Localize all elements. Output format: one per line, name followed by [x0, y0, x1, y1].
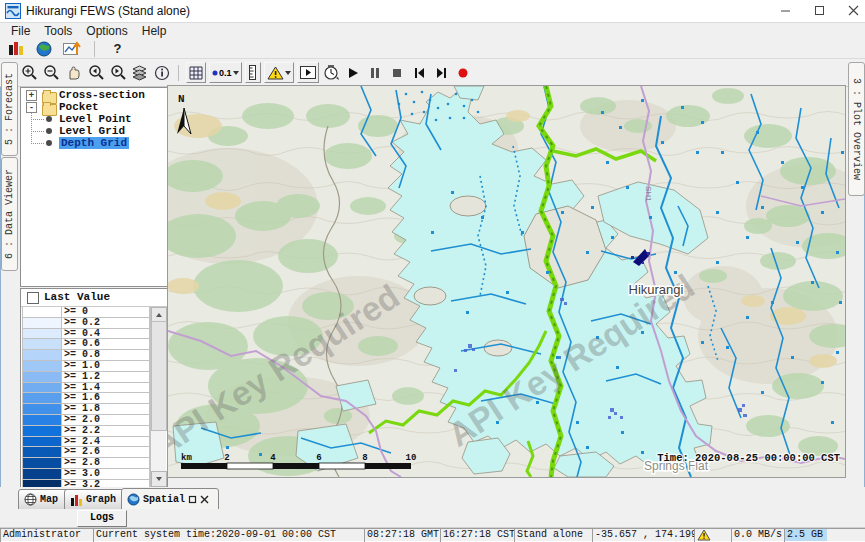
play-icon: [347, 67, 359, 79]
sidebar-tab-forecast[interactable]: 5 : Forecast: [1, 62, 18, 156]
animation-timer-button[interactable]: [322, 63, 341, 82]
database-viewer-button[interactable]: [6, 39, 25, 58]
sidebar-tab-plot-overview[interactable]: 3 : Plot Overview: [848, 62, 865, 196]
tree-item-pocket[interactable]: Pocket: [59, 101, 99, 113]
status-warning-cell[interactable]: [694, 528, 732, 542]
status-gmt-time: 08:27:18 GMT: [364, 528, 441, 542]
close-button[interactable]: [836, 0, 865, 21]
zoom-next-icon: [109, 64, 126, 81]
step-back-button[interactable]: [410, 63, 429, 82]
legend-swatch: [22, 350, 62, 361]
scroll-down-button[interactable]: [151, 471, 167, 487]
tree-item-cross-section[interactable]: Cross-section: [59, 89, 145, 101]
minimize-button[interactable]: [768, 0, 802, 21]
movie-play-icon: [300, 66, 316, 79]
legend-swatch: [22, 393, 62, 404]
timeseries-dialog-button[interactable]: [62, 39, 81, 58]
tab-spatial-active[interactable]: Spatial: [121, 488, 219, 510]
play-button[interactable]: [344, 63, 363, 82]
scale-tick: 4: [270, 453, 276, 463]
legend-swatch: [22, 339, 62, 350]
record-button[interactable]: [454, 63, 473, 82]
legend-swatch: [22, 383, 62, 394]
legend-row[interactable]: >= 2.2: [22, 426, 150, 437]
legend-swatch: [22, 426, 62, 437]
window-title: Hikurangi FEWS (Stand alone): [26, 4, 190, 18]
stop-button[interactable]: [388, 63, 407, 82]
zoom-out-icon: [43, 64, 60, 81]
toolbar-separator: [94, 41, 95, 57]
legend-row[interactable]: >= 1.2: [22, 372, 150, 383]
scrollbar-thumb[interactable]: [151, 321, 167, 431]
arrow-down-icon: [156, 477, 162, 481]
info-icon: [154, 65, 170, 81]
tree-expander-plus[interactable]: +: [26, 90, 37, 101]
bar-chart-icon: [70, 494, 83, 506]
menu-options[interactable]: Options: [79, 24, 134, 38]
legend-row[interactable]: >= 3.2: [22, 480, 150, 487]
maximize-button[interactable]: [802, 0, 836, 21]
zoom-previous-button[interactable]: [86, 63, 105, 82]
tab-spatial-label: Spatial: [143, 494, 185, 505]
tree-item-depth-grid-selected[interactable]: Depth Grid: [59, 137, 129, 149]
main-toolbar: ?: [0, 39, 865, 58]
spatial-map[interactable]: API Key Required API Key Required Hikura…: [168, 86, 845, 477]
logs-button[interactable]: Logs: [77, 510, 127, 527]
sidebar-tab-data-viewer[interactable]: 6 : Data Viewer: [1, 157, 18, 271]
info-button[interactable]: [152, 63, 171, 82]
step-forward-icon: [435, 67, 448, 79]
pan-button[interactable]: [64, 63, 83, 82]
tree-item-level-grid[interactable]: Level Grid: [59, 125, 125, 137]
stop-icon: [391, 67, 403, 79]
map-display-button[interactable]: [34, 39, 53, 58]
legend-panel: Last Value >= 0 >= 0.2 >= 0.4 >= 0.6 >= …: [20, 288, 168, 489]
tree-expander-minus[interactable]: -: [26, 102, 37, 113]
legend-row[interactable]: >= 0.2: [22, 318, 150, 329]
map-viewport[interactable]: API Key Required API Key Required Hikura…: [167, 85, 846, 478]
bullet-icon: [46, 116, 52, 122]
grid-display-button[interactable]: [186, 62, 206, 83]
menu-tools[interactable]: Tools: [37, 24, 79, 38]
status-memory-cell: 2.5 GB: [784, 528, 865, 542]
warnings-dropdown[interactable]: [264, 62, 294, 83]
zoom-in-icon: [21, 64, 38, 81]
help-button[interactable]: ?: [108, 39, 127, 58]
menu-file[interactable]: File: [4, 24, 37, 38]
step-forward-button[interactable]: [432, 63, 451, 82]
close-icon: [848, 5, 859, 16]
movie-player-button[interactable]: [297, 62, 319, 83]
pause-button[interactable]: [366, 63, 385, 82]
zoom-out-button[interactable]: [42, 63, 61, 82]
legend-swatch: [22, 447, 62, 458]
close-pane-icon[interactable]: [200, 495, 209, 504]
zoom-next-button[interactable]: [108, 63, 127, 82]
menu-help[interactable]: Help: [135, 24, 174, 38]
restore-pane-icon[interactable]: [188, 495, 197, 504]
north-label: N: [178, 93, 185, 105]
dot-icon: [212, 70, 218, 76]
ruler-button[interactable]: [245, 62, 261, 83]
legend-swatch: [22, 469, 62, 480]
interval-dropdown[interactable]: 0.1: [209, 62, 242, 83]
title-bar: Hikurangi FEWS (Stand alone): [0, 0, 865, 23]
menu-bar: File Tools Options Help: [0, 23, 865, 39]
status-user: Administrator: [0, 528, 94, 542]
layers-icon: [131, 65, 148, 81]
legend-swatch: [22, 307, 62, 318]
panel-tab-bar: Map Graph Spatial: [0, 487, 865, 509]
zoom-in-button[interactable]: [20, 63, 39, 82]
legend-value: >= 3.2: [62, 480, 150, 487]
tree-connector: [31, 113, 32, 144]
scale-tick: 8: [362, 453, 367, 463]
last-value-checkbox[interactable]: [27, 292, 39, 304]
legend-scrollbar[interactable]: [150, 307, 166, 487]
layers-button[interactable]: [130, 63, 149, 82]
status-mode: Stand alone: [514, 528, 593, 542]
status-bar: Administrator Current system time:2020-0…: [0, 527, 865, 542]
tree-item-level-point[interactable]: Level Point: [59, 113, 132, 125]
chevron-down-icon: [285, 71, 291, 75]
legend-header: Last Value: [21, 289, 167, 307]
legend-swatch: [22, 458, 62, 469]
bullet-icon: [46, 128, 52, 134]
legend-value: >= 0.2: [62, 318, 150, 329]
